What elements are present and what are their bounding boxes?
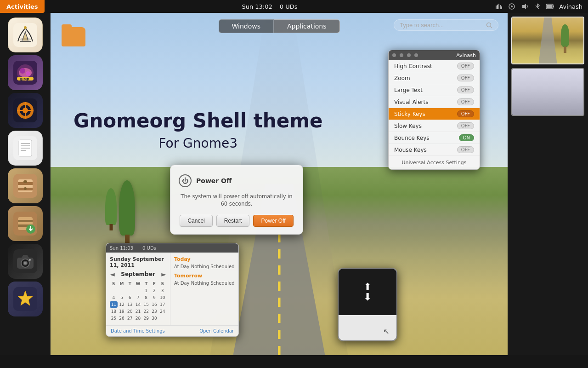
accessibility-panel: Avinash High Contrast OFF Zoom OFF Large… <box>388 50 480 170</box>
dock-item-star[interactable] <box>8 282 43 316</box>
thumb-tree <box>561 24 569 47</box>
activities-button[interactable]: Activities <box>0 0 45 13</box>
search-icon <box>486 22 492 29</box>
a11y-dot1 <box>392 53 396 57</box>
dock-item-inkscape[interactable] <box>8 17 43 52</box>
svg-point-18 <box>26 71 30 76</box>
cal-tomorrow-event: At Day Nothing Scheduled <box>174 281 235 286</box>
thumb-road-stripe <box>539 17 557 63</box>
visual-alerts-toggle[interactable]: OFF <box>457 98 474 105</box>
cal-month-nav: ◄ September ► <box>110 270 166 278</box>
thumb-2[interactable] <box>511 68 584 116</box>
dock-item-archive1[interactable] <box>8 168 43 203</box>
activities-label: Activities <box>6 3 38 10</box>
cal-topbar: Sun 11:03 0 UDs <box>106 243 238 253</box>
search-box <box>394 19 498 31</box>
dock-item-libreoffice[interactable] <box>8 131 43 166</box>
dock-item-archive2[interactable] <box>8 206 43 241</box>
applications-tab[interactable]: Applications <box>274 19 340 33</box>
svg-point-53 <box>487 23 491 27</box>
a11y-row-visual-alerts[interactable]: Visual Alerts OFF <box>389 96 480 108</box>
cal-updates: 0 UDs <box>142 246 156 251</box>
a11y-row-bounce-keys[interactable]: Bounce Keys ON <box>389 132 480 144</box>
network-icon[interactable] <box>508 2 516 11</box>
poweroff-button[interactable]: Power Off <box>253 215 293 227</box>
battery-icon[interactable] <box>546 2 554 11</box>
cal-day-s2: S <box>158 281 166 287</box>
cal-full-title: Sunday September 11, 2011 <box>110 256 166 268</box>
a11y-row-slow-keys[interactable]: Slow Keys OFF <box>389 120 480 132</box>
large-text-toggle[interactable]: OFF <box>457 86 474 93</box>
a11y-username: Avinash <box>456 52 476 58</box>
topbar: Activities Sun 13:02 0 UDs Avinash <box>0 0 588 13</box>
a11y-row-sticky-keys[interactable]: Sticky Keys OFF <box>389 108 480 120</box>
thumb-1[interactable] <box>511 17 584 64</box>
bounce-keys-toggle[interactable]: ON <box>459 134 474 141</box>
svg-text:GIMP: GIMP <box>20 78 29 81</box>
a11y-row-zoom[interactable]: Zoom OFF <box>389 72 480 84</box>
mouse-keys-toggle[interactable]: OFF <box>457 146 474 153</box>
poweroff-dialog: ⏻ Power Off The system will power off au… <box>170 165 303 235</box>
svg-rect-3 <box>500 5 501 9</box>
thumb-road-preview <box>512 17 583 63</box>
restart-button[interactable]: Restart <box>216 215 250 227</box>
cal-day-f: F <box>151 281 158 287</box>
bluetooth-icon[interactable] <box>533 2 542 11</box>
a11y-dot4 <box>414 53 418 57</box>
svg-point-50 <box>29 259 31 261</box>
a11y-row-high-contrast[interactable]: High Contrast OFF <box>389 60 480 72</box>
svg-rect-1 <box>497 5 498 9</box>
cal-month-label: September <box>121 271 155 277</box>
shell-top-dark: ⬆⬇ <box>339 269 396 315</box>
svg-marker-7 <box>522 4 526 9</box>
cal-grid: S M T W T F S 1 2 3 4 <box>110 281 166 322</box>
username[interactable]: Avinash <box>559 3 582 10</box>
poweroff-message: The system will power off automatically … <box>179 193 294 207</box>
cal-day-m: M <box>118 281 126 287</box>
svg-rect-37 <box>23 180 27 183</box>
cal-footer: Date and Time Settings Open Calendar <box>106 325 238 336</box>
search-input[interactable] <box>400 22 482 29</box>
a11y-row-mouse-keys[interactable]: Mouse Keys OFF <box>389 144 480 156</box>
svg-point-12 <box>24 26 27 29</box>
poweroff-buttons: Cancel Restart Power Off <box>179 215 294 227</box>
cal-next-btn[interactable]: ► <box>161 270 166 278</box>
poweroff-header: ⏻ Power Off <box>179 174 294 187</box>
sticky-keys-toggle[interactable]: OFF <box>457 110 474 117</box>
slow-keys-toggle[interactable]: OFF <box>457 122 474 129</box>
a11y-settings-link[interactable]: Universal Access Settings <box>389 156 480 169</box>
shell-preview-widget: ⬆⬇ ↖ <box>338 268 397 341</box>
topbar-center: Sun 13:02 0 UDs <box>45 3 495 10</box>
dock-item-gimp[interactable]: GIMP <box>8 55 43 90</box>
dock-item-camera[interactable] <box>8 244 43 279</box>
tree-left <box>119 180 135 236</box>
a11y-dot2 <box>400 53 403 57</box>
app-dock: GIMP <box>0 13 51 355</box>
performance-icon[interactable] <box>495 2 503 11</box>
dock-item-blender[interactable] <box>8 93 43 128</box>
cal-body: Sunday September 11, 2011 ◄ September ► … <box>106 253 238 325</box>
cancel-button[interactable]: Cancel <box>180 215 212 227</box>
calendar-widget: Sun 11:03 0 UDs Sunday September 11, 201… <box>106 243 239 337</box>
high-contrast-toggle[interactable]: OFF <box>457 63 474 69</box>
cal-day-w: W <box>134 281 142 287</box>
cal-settings-link[interactable]: Date and Time Settings <box>111 328 165 334</box>
tree-left2 <box>105 188 117 225</box>
cal-today[interactable]: 11 <box>110 301 118 308</box>
thumb-empty-preview <box>512 69 583 115</box>
tree-trunk-left2 <box>109 224 113 230</box>
folder-icon <box>62 27 85 46</box>
volume-icon[interactable] <box>520 2 529 11</box>
cal-left: Sunday September 11, 2011 ◄ September ► … <box>106 253 170 325</box>
cal-day-t1: T <box>126 281 134 287</box>
svg-rect-41 <box>18 220 33 222</box>
svg-rect-2 <box>498 4 499 9</box>
svg-rect-10 <box>547 5 553 8</box>
zoom-toggle[interactable]: OFF <box>457 75 474 81</box>
gnome-subtitle: For Gnome3 <box>74 136 323 151</box>
windows-tab[interactable]: Windows <box>218 19 274 33</box>
a11y-row-large-text[interactable]: Large Text OFF <box>389 84 480 96</box>
cal-open-link[interactable]: Open Calendar <box>199 328 234 334</box>
updates-count: 0 UDs <box>280 3 298 10</box>
cal-prev-btn[interactable]: ◄ <box>110 270 115 278</box>
